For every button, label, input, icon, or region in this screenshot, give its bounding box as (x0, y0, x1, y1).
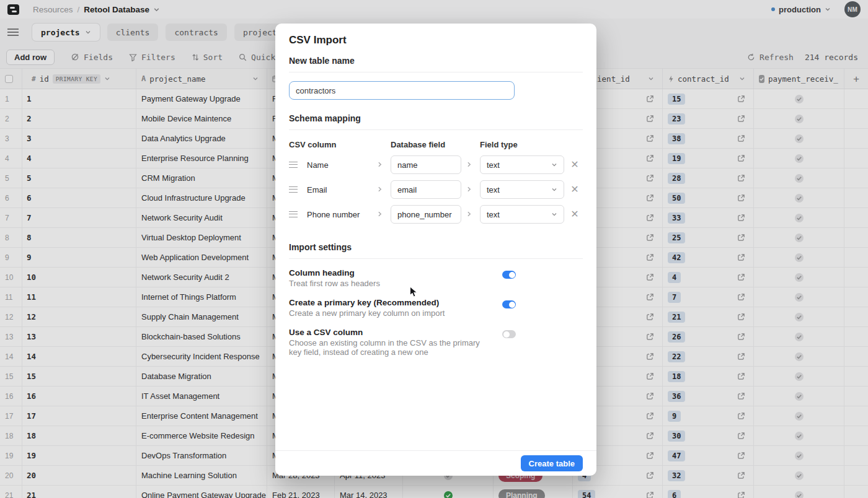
schema-mapping-row: Nametext✕ (289, 155, 583, 174)
chevron-down-icon (551, 162, 557, 168)
modal-footer: Create table (275, 450, 596, 476)
chevron-right-icon (466, 161, 472, 168)
arrow (466, 184, 476, 195)
table-name-input[interactable] (289, 81, 515, 100)
field-type-value: text (487, 185, 500, 194)
field-type-select[interactable]: text (480, 180, 564, 199)
chevron-right-icon (466, 186, 472, 193)
field-type-header: Field type (480, 140, 564, 149)
csv-column-header: CSV column (289, 140, 372, 149)
divider (289, 72, 583, 72)
drag-handle-icon[interactable] (289, 211, 298, 217)
remove-mapping-button[interactable]: ✕ (569, 209, 581, 219)
field-type-select[interactable]: text (480, 155, 564, 174)
retool-database-app: Resources / Retool Database production N… (0, 0, 868, 498)
arrow (466, 159, 476, 170)
chevron-right-icon (376, 186, 383, 193)
csv-column-name: Email (307, 185, 372, 194)
arrow (376, 159, 386, 170)
setting-description: Choose an existing column in the CSV as … (289, 338, 484, 357)
import-settings-label: Import settings (289, 242, 583, 252)
import-setting: Use a CSV columnChoose an existing colum… (289, 328, 583, 357)
arrow (466, 209, 476, 220)
drag-handle-icon[interactable] (289, 186, 298, 193)
setting-title: Column heading (289, 268, 494, 277)
chevron-down-icon (551, 186, 557, 193)
database-field-header: Database field (391, 140, 461, 149)
new-table-name-label: New table name (289, 56, 583, 66)
schema-mapping-row: Emailtext✕ (289, 180, 583, 199)
chevron-right-icon (466, 211, 472, 217)
csv-column-name: Phone number (307, 210, 372, 219)
csv-import-modal: CSV Import New table name Schema mapping… (275, 24, 596, 476)
create-table-button[interactable]: Create table (521, 455, 583, 471)
toggle-switch[interactable] (502, 300, 516, 308)
import-setting: Column headingTreat first row as headers (289, 268, 583, 288)
setting-description: Treat first row as headers (289, 279, 484, 288)
chevron-down-icon (551, 211, 557, 217)
toggle-switch[interactable] (502, 271, 516, 279)
schema-mapping-column-headers: CSV column Database field Field type (289, 140, 583, 149)
csv-column-name: Name (307, 160, 372, 170)
setting-description: Create a new primary key column on impor… (289, 308, 484, 318)
import-settings-list: Column headingTreat first row as headers… (289, 268, 583, 357)
remove-mapping-button[interactable]: ✕ (569, 185, 581, 194)
chevron-right-icon (376, 211, 383, 217)
remove-mapping-button[interactable]: ✕ (569, 160, 581, 170)
toggle-switch[interactable] (502, 330, 516, 338)
divider (289, 258, 583, 259)
schema-mapping-rows: Nametext✕Emailtext✕Phone numbertext✕ (289, 155, 583, 224)
field-type-select[interactable]: text (480, 205, 564, 224)
arrow (376, 184, 386, 195)
drag-handle-icon[interactable] (289, 162, 298, 168)
setting-title: Create a primary key (Recommended) (289, 298, 494, 307)
database-field-input[interactable] (391, 155, 461, 174)
database-field-input[interactable] (391, 180, 461, 199)
schema-mapping-label: Schema mapping (289, 113, 583, 123)
divider (289, 129, 583, 130)
setting-title: Use a CSV column (289, 328, 494, 337)
field-type-value: text (487, 160, 500, 170)
database-field-input[interactable] (391, 205, 461, 224)
field-type-value: text (487, 210, 500, 219)
chevron-right-icon (376, 161, 383, 168)
schema-mapping-row: Phone numbertext✕ (289, 205, 583, 224)
modal-title: CSV Import (289, 34, 583, 46)
import-setting: Create a primary key (Recommended)Create… (289, 298, 583, 318)
arrow (376, 209, 386, 220)
